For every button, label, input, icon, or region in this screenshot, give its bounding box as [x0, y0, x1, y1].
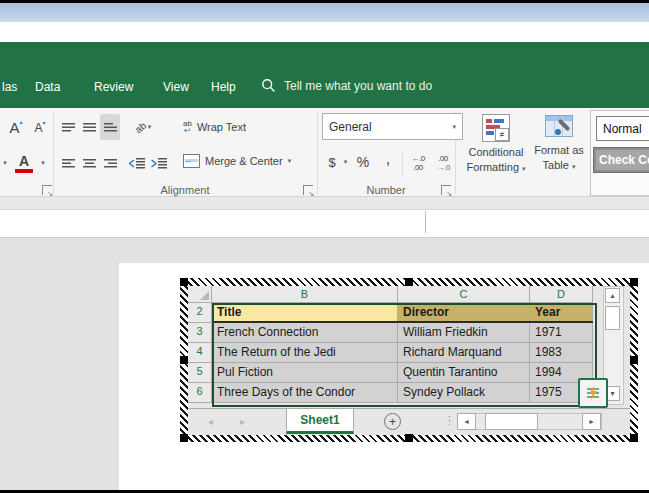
- previous-sheet-icon[interactable]: ◂: [208, 416, 213, 427]
- ribbon-lower-strip: [0, 197, 649, 210]
- grow-font-letter: A: [9, 119, 19, 136]
- middle-align-button[interactable]: [79, 114, 99, 140]
- tab-view[interactable]: View: [163, 80, 189, 94]
- row-header[interactable]: 4: [188, 343, 212, 363]
- row-header[interactable]: 6: [188, 383, 212, 403]
- tab-help[interactable]: Help: [211, 80, 236, 94]
- resize-handle-top-left[interactable]: [180, 278, 188, 286]
- add-sheet-button[interactable]: +: [384, 413, 401, 430]
- cell-c2[interactable]: Director: [398, 303, 530, 323]
- search-placeholder: Tell me what you want to do: [284, 79, 432, 93]
- number-format-dropdown[interactable]: General ▾: [322, 113, 463, 140]
- percent-style-button[interactable]: %: [352, 149, 374, 175]
- resize-handle-bottom-right[interactable]: [630, 434, 638, 442]
- decrease-decimal-icon: .00: [438, 154, 448, 163]
- tab-data[interactable]: Data: [35, 80, 60, 94]
- cell-b4[interactable]: The Return of the Jedi: [212, 343, 398, 363]
- increase-decimal-icon: ←.0: [411, 154, 424, 163]
- decrease-indent-button[interactable]: [127, 150, 147, 176]
- top-align-button[interactable]: [58, 114, 78, 140]
- resize-handle-bottom-center[interactable]: [405, 434, 413, 442]
- align-right-icon: [104, 159, 117, 168]
- quick-analysis-button[interactable]: [578, 378, 608, 408]
- number-format-value: General: [329, 120, 372, 134]
- embedded-worksheet-object[interactable]: B C D 2 Title Director Year 3 French Con…: [180, 278, 638, 442]
- align-right-button[interactable]: [100, 150, 120, 176]
- resize-handle-top-center[interactable]: [405, 278, 413, 286]
- align-left-button[interactable]: [58, 150, 78, 176]
- next-sheet-icon[interactable]: ▸: [240, 416, 245, 427]
- font-color-dropdown[interactable]: ▾: [38, 154, 48, 172]
- cell-b3[interactable]: French Connection: [212, 323, 398, 343]
- cell-d3[interactable]: 1971: [530, 323, 593, 343]
- sheet-tab-sheet1[interactable]: Sheet1: [286, 409, 354, 434]
- scroll-up-icon: ▴: [610, 291, 614, 300]
- column-header-b[interactable]: B: [212, 286, 398, 303]
- orientation-button[interactable]: ab ▾: [127, 114, 159, 140]
- resize-handle-middle-left[interactable]: [180, 356, 188, 364]
- decrease-indent-icon: [129, 158, 145, 169]
- column-header-d[interactable]: D: [530, 286, 593, 303]
- comma-icon: ,: [386, 150, 390, 168]
- conditional-formatting-icon: ≠: [482, 114, 510, 142]
- worksheet-area: B C D 2 Title Director Year 3 French Con…: [188, 286, 630, 434]
- tab-review[interactable]: Review: [94, 80, 133, 94]
- cell-b6[interactable]: Three Days of the Condor: [212, 383, 398, 403]
- chevron-down-icon: ▾: [41, 159, 45, 167]
- bottom-align-icon: [104, 123, 117, 132]
- cell-c6[interactable]: Syndey Pollack: [398, 383, 530, 403]
- comma-style-button[interactable]: ,: [382, 146, 394, 172]
- resize-handle-top-right[interactable]: [630, 278, 638, 286]
- cell-c5[interactable]: Quentin Tarantino: [398, 363, 530, 383]
- horizontal-scrollbar-thumb[interactable]: [485, 413, 538, 430]
- scroll-up-button[interactable]: ▴: [605, 288, 620, 303]
- accounting-format-button[interactable]: $: [324, 149, 340, 175]
- conditional-formatting-button[interactable]: ≠ Conditional Formatting ▾: [464, 112, 528, 192]
- quick-analysis-icon: [585, 385, 601, 401]
- vertical-scrollbar-thumb[interactable]: [605, 306, 620, 330]
- row-header[interactable]: 3: [188, 323, 212, 343]
- row-header[interactable]: 5: [188, 363, 212, 383]
- merge-center-label: Merge & Center: [205, 155, 283, 167]
- cell-d2[interactable]: Year: [530, 303, 593, 323]
- increase-decimal-button[interactable]: ⋮←.0 .00: [406, 149, 430, 176]
- border-dropdown-partial[interactable]: ▾: [0, 154, 10, 172]
- resize-handle-bottom-left[interactable]: [180, 434, 188, 442]
- scroll-right-button[interactable]: ▸: [582, 413, 601, 430]
- tab-formulas-partial[interactable]: las: [2, 80, 17, 94]
- cell-d4[interactable]: 1983: [530, 343, 593, 363]
- accounting-format-dropdown[interactable]: ▾: [341, 153, 350, 171]
- alignment-dialog-launcher[interactable]: ↘: [303, 185, 313, 195]
- chevron-down-icon: ▾: [452, 123, 456, 131]
- cell-b5[interactable]: Pul Fiction: [212, 363, 398, 383]
- wrap-text-button[interactable]: ab ↩ Wrap Text: [183, 112, 267, 142]
- decrease-font-size-button[interactable]: A▾: [30, 116, 50, 140]
- formula-bar[interactable]: [0, 210, 649, 238]
- select-all-corner[interactable]: [188, 286, 212, 303]
- font-color-button[interactable]: A: [12, 150, 36, 176]
- row-header[interactable]: 2: [188, 303, 212, 323]
- format-as-table-button[interactable]: Format as Table ▾: [530, 112, 588, 192]
- resize-handle-middle-right[interactable]: [630, 356, 638, 364]
- style-check-cell[interactable]: Check Cell: [593, 147, 649, 173]
- number-group-label: Number: [317, 184, 455, 196]
- tell-me-search[interactable]: Tell me what you want to do: [261, 78, 432, 93]
- decrease-decimal-button[interactable]: .00 →.0: [431, 149, 455, 176]
- font-dialog-launcher[interactable]: ↘: [42, 185, 52, 195]
- scroll-left-button[interactable]: ◂: [457, 413, 476, 430]
- align-center-button[interactable]: [79, 150, 99, 176]
- cell-b2[interactable]: Title: [212, 303, 398, 323]
- bottom-align-button[interactable]: [100, 114, 120, 140]
- chevron-down-icon: ▾: [572, 163, 576, 170]
- column-header-c[interactable]: C: [398, 286, 530, 303]
- cell-c4[interactable]: Richard Marquand: [398, 343, 530, 363]
- merge-center-button[interactable]: ↔ Merge & Center ▾: [183, 146, 315, 176]
- increase-indent-button[interactable]: [149, 150, 169, 176]
- increase-font-size-button[interactable]: A▴: [4, 114, 28, 140]
- tab-options-dots-icon[interactable]: ⋮: [444, 414, 455, 427]
- plus-icon: +: [389, 415, 396, 429]
- cell-c3[interactable]: William Friedkin: [398, 323, 530, 343]
- style-normal[interactable]: Normal: [596, 116, 649, 141]
- down-caret-icon: ▾: [43, 119, 46, 126]
- number-dialog-launcher[interactable]: ↘: [441, 185, 451, 195]
